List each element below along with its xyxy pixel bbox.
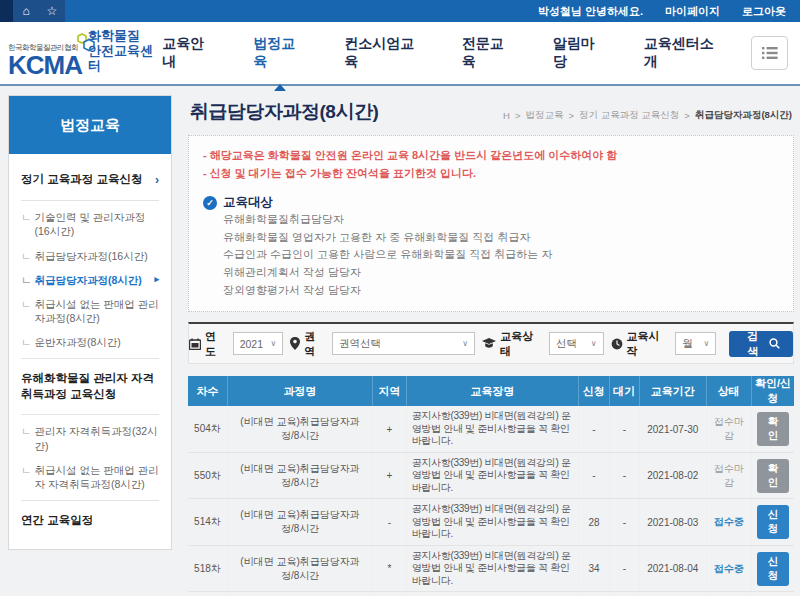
logo-acronym: KCMA (8, 53, 82, 77)
year-select[interactable]: 2021 ∨ (233, 332, 284, 355)
sidebar-item-transporter-8h[interactable]: ㄴ 운반자과정(8시간) (21, 330, 159, 354)
cell-apply-count: - (579, 452, 609, 499)
year-filter-label: 연도 (205, 329, 226, 359)
cell-region[interactable]: + (373, 452, 406, 499)
table-row: 517차 (비대면 교육)취급담당자과정/8시간 - 공지사항(339번) 비대… (188, 592, 794, 596)
status-select-value: 선택 (556, 337, 577, 351)
sidebar-item-label: 운반자과정(8시간) (35, 335, 121, 349)
cell-wait-count: - (609, 406, 639, 452)
col-header-venue: 교육장명 (406, 376, 579, 406)
search-button[interactable]: 검색 (729, 331, 793, 357)
cell-venue: 공지사항(339번) 비대면(원격강의) 운영방법 안내 및 준비사항글을 꼭 … (406, 499, 579, 546)
notice-line: - 신청 및 대기는 접수 가능한 잔여석을 표기한것 입니다. (203, 164, 779, 182)
chevron-down-icon: ∨ (704, 339, 710, 348)
list-menu-icon (762, 46, 778, 60)
cell-region[interactable]: - (373, 499, 406, 546)
sidebar-item-handler-16h[interactable]: ㄴ 취급담당자과정(16시간) (21, 244, 159, 268)
breadcrumb-current: 취급담당자과정(8시간) (695, 109, 792, 122)
region-select[interactable]: 권역선택 ∨ (332, 332, 475, 355)
sub-item-prefix: ㄴ (21, 249, 32, 263)
sub-item-prefix: ㄴ (21, 297, 32, 311)
sidebar-item-no-facility-seller-8h[interactable]: ㄴ 취급시설 없는 판매업 관리자과정(8시간) (21, 292, 159, 330)
region-filter-label: 권역 (304, 329, 325, 359)
cell-venue: 공지사항(339번) 비대면(원격강의) 운영방법 안내 및 준비사항글을 꼭 … (406, 545, 579, 592)
target-item: 유해화학물질취급담당자 (223, 211, 779, 229)
logout-link[interactable]: 로그아웃 (742, 4, 786, 19)
sidebar-group-qualification-courses[interactable]: 유해화학물질 관리자 자격취득과정 교육신청 (21, 363, 159, 410)
hexagon-logo-icon (70, 33, 96, 55)
target-item: 유해화학물질 영업자가 고용한 자 중 유해화학물질 직접 취급자 (223, 229, 779, 247)
sidebar-item-label: 취급시설 없는 판매업 관리자과정(8시간) (35, 297, 160, 325)
kcma-logo[interactable]: 한국화학물질관리협회 KCMA 화학물질 안전교육센터 (8, 29, 160, 77)
sidebar-group-label: 유해화학물질 관리자 자격취득과정 교육신청 (21, 371, 159, 402)
nav-item-notice[interactable]: 알림마당 (551, 15, 608, 91)
sitemap-menu-button[interactable] (751, 36, 788, 70)
cell-region[interactable]: + (373, 406, 406, 452)
status-badge: 접수마감 (714, 463, 744, 488)
cell-period: 2021-08-05 (639, 592, 706, 596)
sub-item-prefix: ㄴ (21, 273, 32, 287)
sub-item-prefix: ㄴ (21, 463, 32, 477)
course-schedule-table: 차수 과정명 지역 교육장명 신청 대기 교육기간 상태 확인/신청 504차 … (188, 376, 794, 596)
chevron-down-icon: ∨ (462, 339, 468, 348)
sidebar-item-tech-manager-16h[interactable]: ㄴ 기술인력 및 관리자과정 (16시간) (21, 205, 159, 243)
home-button[interactable]: ⌂ (13, 0, 39, 22)
cell-region[interactable]: - (373, 592, 406, 596)
cell-region[interactable]: * (373, 545, 406, 592)
sidebar-group-label: 정기 교육과정 교육신청 (21, 172, 142, 188)
cell-round: 518차 (188, 545, 227, 592)
apply-button[interactable]: 신청 (757, 552, 789, 586)
col-header-region: 지역 (373, 376, 406, 406)
sidebar-group-regular-courses[interactable]: 정기 교육과정 교육신청 › (21, 164, 159, 196)
apply-button[interactable]: 신청 (757, 505, 789, 539)
favorite-button[interactable]: ☆ (39, 0, 65, 22)
site-header: 한국화학물질관리협회 KCMA 화학물질 안전교육센터 교육안내 법정교육 컨소… (0, 22, 800, 86)
nav-item-center-intro[interactable]: 교육센터소개 (642, 15, 726, 91)
region-select-value: 권역선택 (339, 337, 381, 351)
sidebar-item-label: 취급담당자과정(8시간) (35, 273, 142, 287)
cell-wait-count: - (609, 545, 639, 592)
sidebar-item-label: 취급담당자과정(16시간) (35, 249, 148, 263)
nav-item-legal-education[interactable]: 법정교육 (251, 15, 308, 91)
sidebar-item-manager-qualification-32h[interactable]: ㄴ 관리자 자격취득과정(32시간) (21, 419, 159, 457)
nav-item-consortium[interactable]: 컨소시엄교육 (342, 15, 426, 91)
start-filter-label: 교육시작 (627, 329, 669, 359)
table-row: 514차 (비대면 교육)취급담당자과정/8시간 - 공지사항(339번) 비대… (188, 499, 794, 546)
education-start-select[interactable]: 월 ∨ (675, 332, 716, 355)
sidebar-divider (21, 358, 159, 359)
cell-wait-count: - (609, 592, 639, 596)
col-header-wait: 대기 (609, 376, 639, 406)
home-icon: ⌂ (22, 4, 29, 18)
cell-round: 514차 (188, 499, 227, 546)
cell-round: 504차 (188, 406, 227, 452)
status-badge: 접수마감 (714, 416, 744, 441)
breadcrumb-home-icon[interactable]: H (503, 110, 510, 121)
nav-item-professional[interactable]: 전문교육 (460, 15, 517, 91)
cell-round: 517차 (188, 592, 227, 596)
clock-icon (611, 338, 623, 350)
page-title: 취급담당자과정(8시간) (190, 99, 378, 125)
cell-venue: 공지사항(339번) 비대면(원격강의) 운영방법 안내 및 준비사항글을 꼭 … (406, 592, 579, 596)
confirm-button[interactable]: 확인 (757, 412, 789, 446)
cell-round: 550차 (188, 452, 227, 499)
breadcrumb-separator: > (684, 110, 690, 121)
sidebar-item-label: 취급시설 없는 판매업 관리자 자격취득과정(8시간) (35, 463, 160, 491)
confirm-button[interactable]: 확인 (757, 459, 789, 493)
breadcrumb-item[interactable]: 정기 교육과정 교육신청 (579, 109, 679, 122)
col-header-status: 상태 (706, 376, 751, 406)
sub-item-prefix: ㄴ (21, 335, 32, 349)
sidebar-divider (21, 200, 159, 201)
cell-apply-count: 28 (579, 499, 609, 546)
sidebar-item-handler-8h[interactable]: ㄴ 취급담당자과정(8시간) ▸ (21, 268, 159, 292)
cell-wait-count: - (609, 452, 639, 499)
breadcrumb-item[interactable]: 법정교육 (525, 109, 563, 122)
location-pin-icon (290, 337, 300, 350)
notice-line: - 해당교육은 화학물질 안전원 온라인 교육 8시간을 반드시 같은년도에 이… (203, 146, 779, 164)
nav-item-edu-guide[interactable]: 교육안내 (160, 15, 217, 91)
col-header-apply: 신청 (579, 376, 609, 406)
cell-period: 2021-07-30 (639, 406, 706, 452)
education-status-select[interactable]: 선택 ∨ (549, 332, 604, 355)
sidebar-item-seller-qualification-8h[interactable]: ㄴ 취급시설 없는 판매업 관리자 자격취득과정(8시간) (21, 458, 159, 496)
sidebar-group-annual-schedule[interactable]: 연간 교육일정 (21, 505, 159, 537)
breadcrumb: H > 법정교육 > 정기 교육과정 교육신청 > 취급담당자과정(8시간) (503, 109, 792, 125)
